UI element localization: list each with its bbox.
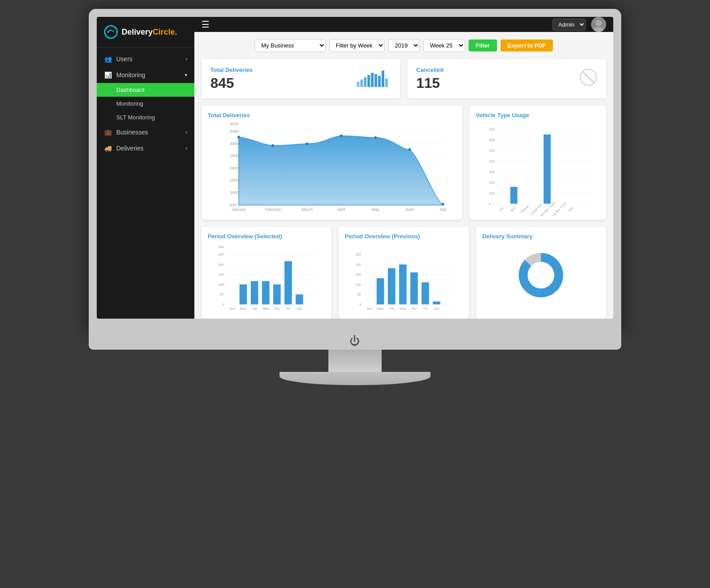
monitor-screen: DeliveryCircle. 👥 Users › 📊 Monitoring ▾ — [89, 9, 621, 332]
svg-text:2500: 2500 — [230, 154, 239, 158]
svg-text:Mon: Mon — [240, 307, 247, 311]
svg-text:3500: 3500 — [230, 129, 239, 134]
charts-row-1: Total Deliveries 500 1000 1500 2000 2500… — [201, 106, 606, 220]
svg-point-34 — [374, 136, 377, 139]
total-deliveries-value: 845 — [210, 75, 252, 91]
businesses-icon: 💼 — [104, 129, 112, 136]
svg-text:0: 0 — [360, 303, 362, 307]
svg-text:Mon: Mon — [377, 307, 384, 311]
cancelled-label: Cancelled — [416, 67, 443, 73]
svg-text:100: 100 — [218, 283, 224, 287]
svg-text:January: January — [232, 207, 246, 212]
users-arrow: › — [185, 56, 187, 62]
vehicle-chart-title: Vehicle Type Usage — [476, 112, 600, 118]
sidebar-logo: DeliveryCircle. — [97, 17, 194, 47]
week-select[interactable]: Week 25 — [423, 39, 465, 52]
cancelled-icon — [580, 68, 597, 89]
sidebar-item-users[interactable]: 👥 Users › — [97, 51, 194, 67]
svg-point-30 — [237, 136, 240, 138]
admin-select[interactable]: Admin — [552, 19, 586, 31]
cancelled-info: Cancelled 115 — [416, 67, 443, 91]
monitoring-icon: 📊 — [104, 71, 112, 79]
sidebar-subitem-dashboard[interactable]: Dashboard — [97, 83, 194, 97]
sidebar-item-monitoring[interactable]: 📊 Monitoring ▾ — [97, 67, 194, 83]
hamburger-icon[interactable]: ☰ — [201, 19, 209, 30]
sidebar-item-monitoring-label: Monitoring — [116, 71, 145, 79]
total-deliveries-label: Total Deliveries — [210, 67, 252, 73]
svg-point-1 — [107, 31, 109, 33]
svg-text:250: 250 — [218, 253, 224, 257]
delivery-summary-title: Delivery Summary — [482, 233, 600, 240]
screen-inner: DeliveryCircle. 👥 Users › 📊 Monitoring ▾ — [97, 17, 613, 319]
sidebar-subitem-monitoring[interactable]: Monitoring — [97, 97, 194, 110]
svg-rect-10 — [378, 76, 381, 87]
svg-text:200: 200 — [489, 181, 495, 185]
svg-text:600: 600 — [489, 138, 495, 142]
donut-svg — [514, 249, 568, 302]
svg-rect-7 — [367, 75, 370, 87]
sidebar-item-users-label: Users — [116, 55, 133, 63]
filter-button[interactable]: Filter — [469, 39, 497, 51]
monitor-chin: ⏻ — [89, 332, 621, 350]
sidebar-item-businesses[interactable]: 💼 Businesses › — [97, 124, 194, 140]
svg-text:200: 200 — [218, 263, 224, 267]
svg-text:May: May — [371, 207, 379, 212]
logo-icon — [104, 25, 118, 39]
slt-label: SLT Monitoring — [116, 114, 155, 121]
svg-text:Fri: Fri — [286, 307, 290, 311]
svg-rect-11 — [382, 71, 384, 87]
top-bar: ☰ Admin — [194, 17, 613, 32]
monitoring-arrow: ▾ — [185, 72, 187, 78]
svg-text:1500: 1500 — [230, 178, 239, 182]
svg-text:150: 150 — [355, 272, 361, 276]
delivery-summary-card: Delivery Summary — [476, 227, 606, 319]
total-deliveries-chart-card: Total Deliveries 500 1000 1500 2000 2500… — [201, 106, 462, 220]
svg-text:March: March — [301, 207, 312, 212]
vehicle-chart-card: Vehicle Type Usage 0 100 200 300 400 500… — [469, 106, 606, 220]
svg-text:500: 500 — [230, 203, 237, 207]
svg-point-31 — [272, 144, 274, 147]
sidebar: DeliveryCircle. 👥 Users › 📊 Monitoring ▾ — [97, 17, 194, 319]
period-selected-title: Period Overview (Selected) — [208, 233, 325, 240]
svg-rect-60 — [510, 187, 517, 204]
svg-rect-12 — [385, 79, 388, 87]
svg-text:Sat: Sat — [434, 307, 439, 311]
svg-text:150: 150 — [218, 272, 224, 276]
svg-text:4000: 4000 — [230, 122, 239, 126]
stand-neck — [328, 350, 382, 372]
svg-text:700: 700 — [489, 127, 495, 131]
svg-text:2000: 2000 — [230, 166, 239, 170]
monitoring-sub-label: Monitoring — [116, 100, 143, 107]
svg-text:July: July — [439, 207, 447, 212]
svg-text:June: June — [405, 207, 414, 212]
filter-by-select[interactable]: Filter by Week — [329, 39, 385, 52]
svg-text:Fri: Fri — [423, 307, 427, 311]
business-select[interactable]: My Business — [255, 39, 326, 52]
total-deliveries-info: Total Deliveries 845 — [210, 67, 252, 91]
svg-rect-110 — [422, 282, 429, 304]
cancelled-card: Cancelled 115 — [407, 59, 606, 99]
charts-row-2: Period Overview (Selected) 0 50 100 150 … — [201, 227, 606, 319]
sidebar-item-deliveries[interactable]: 🚚 Deliveries › — [97, 140, 194, 156]
svg-rect-6 — [364, 77, 367, 87]
svg-rect-107 — [388, 268, 395, 304]
period-previous-svg: 0 50 100 150 200 250 — [345, 244, 462, 311]
svg-point-121 — [529, 263, 553, 288]
svg-text:3000: 3000 — [230, 142, 239, 146]
svg-rect-109 — [410, 272, 418, 304]
year-select[interactable]: 2019 — [388, 39, 420, 52]
svg-text:Sat: Sat — [297, 307, 302, 311]
svg-text:Thu: Thu — [274, 307, 280, 311]
svg-rect-108 — [399, 264, 407, 304]
sidebar-nav: 👥 Users › 📊 Monitoring ▾ Dashboard Monit… — [97, 47, 194, 319]
svg-rect-83 — [251, 281, 258, 304]
donut-container — [482, 244, 600, 306]
period-selected-svg: 0 50 100 150 200 250 300 — [208, 244, 325, 311]
svg-rect-85 — [273, 284, 281, 304]
svg-point-2 — [596, 20, 602, 26]
svg-point-36 — [442, 203, 444, 205]
svg-text:Sun: Sun — [367, 307, 372, 311]
export-button[interactable]: Export to PDF — [501, 39, 553, 51]
power-icon[interactable]: ⏻ — [350, 335, 360, 347]
sidebar-subitem-slt[interactable]: SLT Monitoring — [97, 110, 194, 124]
